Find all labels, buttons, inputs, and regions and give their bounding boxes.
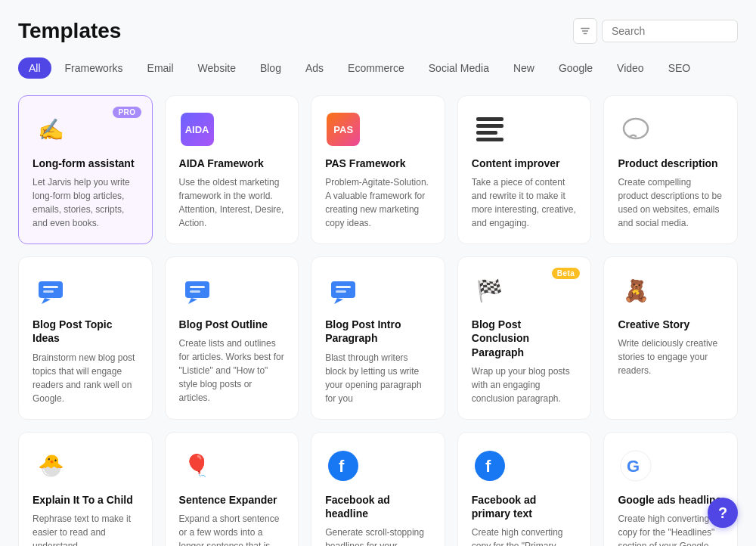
card-description: Take a piece of content and rewrite it t…	[472, 175, 578, 230]
card-icon: G	[618, 448, 654, 484]
card-icon: 🎈	[179, 448, 215, 484]
cards-grid: PRO✍️Long-form assistantLet Jarvis help …	[18, 95, 738, 546]
card-icon: f	[325, 448, 361, 484]
card-title: Explain It To a Child	[33, 493, 138, 507]
card-icon	[325, 272, 361, 309]
card-description: Use the oldest marketing framework in th…	[179, 175, 285, 230]
card-description: Brainstorm new blog post topics that wil…	[33, 351, 138, 405]
search-input[interactable]	[602, 20, 738, 42]
card-icon	[618, 111, 654, 147]
tab-ads[interactable]: Ads	[295, 57, 334, 79]
card-google-ads-headline[interactable]: G Google ads headlineCreate high convert…	[603, 432, 738, 546]
card-description: Blast through writers block by letting u…	[325, 351, 431, 405]
card-long-form-assistant[interactable]: PRO✍️Long-form assistantLet Jarvis help …	[18, 95, 153, 244]
card-description: Generate scroll-stopping headlines for y…	[325, 526, 431, 546]
card-title: Blog Post Topic Ideas	[33, 318, 138, 345]
card-description: Create lists and outlines for articles. …	[179, 337, 285, 405]
tab-new[interactable]: New	[503, 57, 545, 79]
card-icon: 🐣	[33, 448, 69, 484]
card-title: AIDA Framework	[179, 157, 285, 170]
card-facebook-ad-headline[interactable]: f Facebook ad headlineGenerate scroll-st…	[311, 432, 445, 546]
card-title: PAS Framework	[325, 157, 431, 170]
tab-all[interactable]: All	[18, 57, 51, 79]
search-bar	[573, 18, 738, 44]
card-blog-post-topic-ideas[interactable]: Blog Post Topic IdeasBrainstorm new blog…	[18, 256, 153, 420]
help-button[interactable]: ?	[708, 498, 738, 528]
card-sentence-expander[interactable]: 🎈Sentence ExpanderExpand a short sentenc…	[165, 432, 299, 546]
card-explain-it-to-a-child[interactable]: 🐣Explain It To a ChildRephrase text to m…	[18, 432, 153, 546]
card-title: Blog Post Conclusion Paragraph	[472, 318, 578, 359]
svg-rect-9	[336, 290, 346, 293]
card-title: Creative Story	[618, 318, 723, 331]
tab-social-media[interactable]: Social Media	[418, 57, 500, 79]
card-title: Sentence Expander	[179, 493, 285, 507]
card-icon: PAS	[325, 111, 361, 147]
page-title: Templates	[18, 19, 121, 43]
svg-rect-7	[331, 281, 355, 298]
svg-rect-5	[190, 286, 205, 288]
tab-google[interactable]: Google	[548, 57, 603, 79]
card-blog-post-intro-paragraph[interactable]: Blog Post Intro ParagraphBlast through w…	[311, 256, 445, 420]
card-pas-framework[interactable]: PASPAS FrameworkProblem-Agitate-Solution…	[311, 95, 445, 244]
card-title: Google ads headline	[618, 493, 723, 507]
card-icon	[472, 111, 508, 147]
tab-frameworks[interactable]: Frameworks	[54, 57, 134, 79]
svg-text:G: G	[627, 457, 640, 476]
tab-seo[interactable]: SEO	[658, 57, 702, 79]
tab-website[interactable]: Website	[187, 57, 246, 79]
card-description: Let Jarvis help you write long-form blog…	[33, 175, 138, 230]
card-title: Product description	[618, 157, 723, 170]
card-description: Create compelling product descriptions t…	[618, 175, 723, 230]
card-icon: ✍️	[33, 111, 69, 147]
svg-rect-8	[336, 286, 351, 288]
filter-icon	[580, 26, 590, 36]
card-icon: f	[472, 448, 508, 484]
card-description: Create high converting copy for the "Pri…	[472, 526, 578, 546]
card-icon: 🏁	[472, 272, 508, 309]
card-aida-framework[interactable]: AIDAAIDA FrameworkUse the oldest marketi…	[165, 95, 299, 244]
card-title: Facebook ad headline	[325, 493, 431, 520]
card-badge: Beta	[552, 268, 581, 279]
tab-email[interactable]: Email	[137, 57, 184, 79]
svg-rect-3	[43, 290, 54, 293]
card-description: Rephrase text to make it easier to read …	[33, 512, 138, 546]
tab-ecommerce[interactable]: Ecommerce	[337, 57, 415, 79]
tab-video[interactable]: Video	[606, 57, 655, 79]
card-title: Blog Post Outline	[179, 318, 285, 331]
card-badge: PRO	[113, 107, 141, 118]
card-title: Facebook ad primary text	[472, 493, 578, 520]
card-title: Content improver	[472, 157, 578, 170]
card-icon: AIDA	[179, 111, 215, 147]
card-blog-post-outline[interactable]: Blog Post OutlineCreate lists and outlin…	[165, 256, 299, 420]
card-facebook-ad-primary-text[interactable]: f Facebook ad primary textCreate high co…	[457, 432, 592, 546]
card-product-description[interactable]: Product descriptionCreate compelling pro…	[603, 95, 738, 244]
svg-rect-1	[39, 281, 63, 298]
card-icon	[33, 272, 69, 309]
svg-rect-4	[185, 281, 209, 298]
card-description: Problem-Agitate-Solution. A valuable fra…	[325, 175, 431, 230]
card-blog-post-conclusion-paragraph[interactable]: Beta🏁Blog Post Conclusion ParagraphWrap …	[457, 256, 592, 420]
tab-bar: AllFrameworksEmailWebsiteBlogAdsEcommerc…	[18, 57, 738, 79]
svg-text:f: f	[485, 457, 491, 476]
card-icon	[179, 272, 215, 309]
card-title: Blog Post Intro Paragraph	[325, 318, 431, 345]
filter-button[interactable]	[573, 18, 597, 44]
card-icon: 🧸	[618, 272, 654, 309]
card-description: Write deliciously creative stories to en…	[618, 337, 723, 377]
card-creative-story[interactable]: 🧸Creative StoryWrite deliciously creativ…	[603, 256, 738, 420]
card-description: Expand a short sentence or a few words i…	[179, 512, 285, 546]
svg-rect-6	[190, 290, 200, 293]
card-description: Wrap up your blog posts with an engaging…	[472, 365, 578, 405]
card-content-improver[interactable]: Content improverTake a piece of content …	[457, 95, 592, 244]
tab-blog[interactable]: Blog	[249, 57, 292, 79]
card-title: Long-form assistant	[33, 157, 138, 170]
svg-text:f: f	[339, 457, 345, 476]
svg-rect-2	[43, 286, 58, 288]
